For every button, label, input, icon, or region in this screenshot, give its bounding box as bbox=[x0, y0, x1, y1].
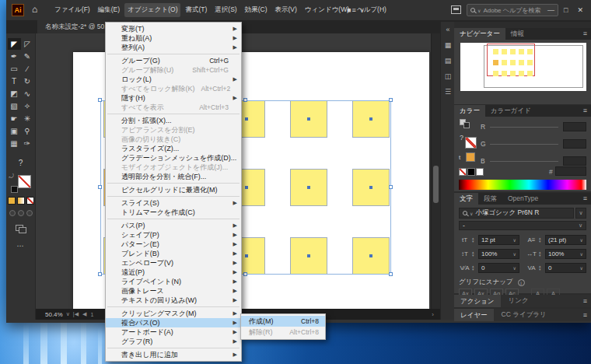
menubar-item[interactable]: 選択(S) bbox=[212, 3, 240, 17]
eraser-tool[interactable]: ◩ bbox=[8, 88, 21, 100]
channel-value-field[interactable] bbox=[563, 139, 586, 149]
default-fill-stroke-icon[interactable] bbox=[11, 186, 18, 193]
menubar-item[interactable]: ウィンドウ(W) bbox=[302, 3, 352, 17]
menubar-item[interactable]: 編集(E) bbox=[95, 3, 123, 17]
menu-item[interactable]: 分割・拡張(X)... bbox=[106, 116, 241, 125]
tab-character[interactable]: 文字 bbox=[454, 193, 478, 205]
swap-fill-stroke-icon[interactable]: ⤾ bbox=[9, 173, 15, 180]
selection-tool[interactable]: ◤ bbox=[8, 38, 21, 50]
selection-handle[interactable] bbox=[98, 272, 102, 276]
workspace-switcher-icon[interactable]: ■≡ ∨ bbox=[347, 6, 365, 14]
rectangle-tool[interactable]: ▭ bbox=[8, 63, 21, 75]
value-field[interactable]: 0∨ bbox=[545, 263, 586, 273]
value-field[interactable]: 0∨ bbox=[478, 263, 519, 273]
channel-slider[interactable] bbox=[490, 161, 558, 162]
menu-item[interactable]: ラスタライズ(Z)... bbox=[106, 144, 241, 153]
stepper-icon[interactable]: ▴▾ bbox=[472, 250, 477, 257]
channel-slider[interactable] bbox=[490, 127, 558, 128]
tab-paragraph[interactable]: 段落 bbox=[478, 193, 502, 205]
menu-item[interactable]: 遠近(P)▶ bbox=[106, 268, 241, 277]
menu-item[interactable]: 複合パス(O)▶ bbox=[106, 318, 241, 327]
shaper-tool[interactable]: ✧ bbox=[21, 100, 34, 112]
menu-item[interactable]: 重ね順(A)▶ bbox=[106, 33, 241, 43]
navigator-thumbnail[interactable] bbox=[460, 43, 586, 91]
menu-item[interactable]: 透明部分を分割・統合(F)... bbox=[106, 172, 241, 181]
help-search-box[interactable]: ∨ Adobe ヘルプを検索 bbox=[467, 4, 558, 16]
channel-value-field[interactable] bbox=[563, 122, 586, 131]
panel-menu-icon[interactable]: ≡ bbox=[583, 28, 591, 40]
selection-handle[interactable] bbox=[389, 272, 393, 276]
scroll-right-arrow[interactable]: › bbox=[432, 311, 434, 318]
menu-item[interactable]: 画像トレース▶ bbox=[106, 286, 241, 296]
menu-item[interactable]: グループ(G)Ctrl+G bbox=[106, 56, 241, 65]
none-swatch[interactable] bbox=[459, 168, 467, 176]
chevron-down-icon[interactable]: ∨ bbox=[66, 311, 70, 317]
font-family-field[interactable]: ∨ 小塚ゴシック Pr6N R bbox=[459, 208, 574, 219]
value-field[interactable]: (21 pt)∨ bbox=[545, 235, 586, 245]
tab-info[interactable]: 情報 bbox=[505, 28, 530, 40]
font-style-field[interactable]: - ∨ bbox=[459, 221, 586, 230]
last-color-swatch[interactable] bbox=[466, 152, 475, 162]
scrollbar-thumb[interactable] bbox=[433, 166, 439, 203]
selection-handle[interactable] bbox=[98, 185, 102, 189]
arrange-documents-icon[interactable] bbox=[451, 5, 461, 14]
minimize-button[interactable]: — bbox=[547, 6, 554, 14]
menu-item[interactable]: ライブペイント(N)▶ bbox=[106, 277, 241, 286]
stroke-panel-icon[interactable]: ◫ bbox=[441, 68, 455, 84]
eyedropper-tool[interactable]: ✑ bbox=[21, 138, 34, 149]
expand-dock-icon[interactable]: « bbox=[441, 22, 455, 37]
tab-opentype[interactable]: OpenType bbox=[502, 193, 544, 205]
tab-links[interactable]: リンク bbox=[501, 296, 537, 306]
libraries-panel-icon[interactable]: ▦ bbox=[441, 37, 455, 53]
gradient-tool[interactable]: ▧ bbox=[8, 100, 21, 112]
panel-menu-icon[interactable]: ≡ bbox=[583, 310, 591, 321]
selection-handle[interactable] bbox=[389, 98, 393, 102]
pen-tool[interactable]: ✒ bbox=[8, 51, 21, 62]
selection-handle[interactable] bbox=[98, 98, 102, 102]
direct-selection-tool[interactable]: ◸ bbox=[21, 38, 34, 50]
close-button[interactable]: ✕ bbox=[577, 6, 583, 14]
value-field[interactable]: 100%∨ bbox=[478, 249, 519, 259]
value-field[interactable]: 100%∨ bbox=[545, 249, 586, 259]
tab-navigator[interactable]: ナビゲーター bbox=[454, 28, 505, 40]
appearance-panel-icon[interactable]: ☰ bbox=[441, 84, 455, 100]
maximize-button[interactable]: □ bbox=[564, 6, 568, 14]
zoom-level[interactable]: 50.4% bbox=[45, 311, 63, 318]
draw-mode-icon[interactable] bbox=[16, 225, 26, 233]
panel-menu-icon[interactable]: ≡ bbox=[583, 193, 591, 205]
home-icon[interactable]: ⌂ bbox=[32, 4, 37, 15]
stepper-icon[interactable]: ▴▾ bbox=[472, 264, 477, 271]
menubar-item[interactable]: オブジェクト(O) bbox=[124, 3, 180, 17]
swatches-panel-icon[interactable]: ▤ bbox=[441, 53, 455, 68]
menu-item[interactable]: パターン(E)▶ bbox=[106, 240, 241, 249]
gradient-button[interactable] bbox=[17, 197, 25, 205]
menubar-item[interactable]: 表示(V) bbox=[271, 3, 299, 17]
channel-slider[interactable] bbox=[490, 144, 558, 145]
fill-none-swatch[interactable] bbox=[18, 175, 31, 188]
none-button[interactable] bbox=[26, 197, 34, 205]
swap-icon[interactable]: t bbox=[459, 154, 460, 161]
menubar-item[interactable]: ファイル(F) bbox=[51, 3, 93, 17]
type-tool[interactable]: T bbox=[8, 75, 21, 87]
fill-stroke-proxy[interactable]: ⤾ bbox=[11, 173, 31, 193]
rotate-tool[interactable]: ↻ bbox=[21, 75, 34, 87]
menu-item[interactable]: 整列(A)▶ bbox=[106, 43, 241, 52]
color-spectrum-bar[interactable] bbox=[459, 180, 586, 190]
first-page-button[interactable]: |◀ bbox=[73, 311, 79, 317]
symbol-sprayer-tool[interactable]: ✳ bbox=[21, 113, 34, 124]
stroke-none-swatch[interactable] bbox=[465, 137, 477, 149]
panel-menu-icon[interactable]: ≡ bbox=[583, 105, 591, 117]
white-swatch[interactable] bbox=[476, 168, 484, 176]
font-family-dropdown-button[interactable]: ∨ bbox=[575, 208, 586, 219]
menu-item[interactable]: ピクセルグリッドに最適化(M) bbox=[106, 185, 241, 194]
menu-item[interactable]: シェイプ(P)▶ bbox=[106, 230, 241, 240]
prev-page-button[interactable]: ◀ bbox=[82, 311, 86, 317]
vertical-scrollbar[interactable] bbox=[431, 33, 440, 309]
line-segment-tool[interactable]: ∕ bbox=[21, 63, 34, 75]
menu-item[interactable]: エンベロープ(V)▶ bbox=[106, 258, 241, 268]
menu-item[interactable]: テキストの回り込み(W)▶ bbox=[106, 296, 241, 305]
tab-actions[interactable]: アクション bbox=[454, 295, 501, 307]
tab-cc-libraries[interactable]: CC ライブラリ bbox=[494, 310, 554, 320]
submenu-item[interactable]: 作成(M)Ctrl+8 bbox=[241, 316, 325, 327]
menu-item[interactable]: グラフ(R)▶ bbox=[106, 337, 241, 346]
